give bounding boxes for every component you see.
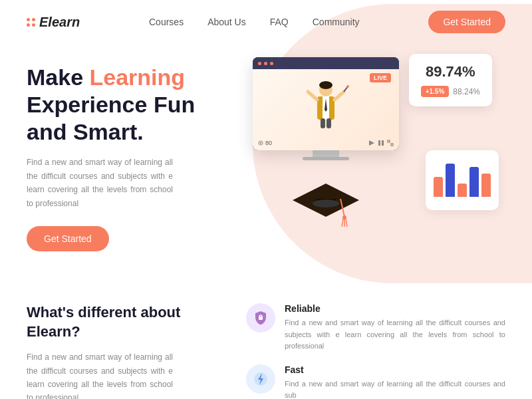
fast-description: Find a new and smart way of learning all… bbox=[285, 378, 505, 399]
monitor-dot-3 bbox=[270, 62, 273, 65]
monitor-dot-2 bbox=[264, 62, 267, 65]
svg-point-12 bbox=[260, 142, 261, 144]
svg-line-25 bbox=[346, 219, 347, 227]
reliable-text: Reliable Find a new and smart way of lea… bbox=[285, 303, 505, 352]
nav-community-link[interactable]: Community bbox=[313, 17, 360, 27]
monitor-base bbox=[303, 157, 349, 160]
chart-card bbox=[426, 150, 499, 210]
svg-rect-10 bbox=[327, 118, 331, 128]
feature-fast: Fast Find a new and smart way of learnin… bbox=[246, 364, 505, 399]
nav-get-started-button[interactable]: Get Started bbox=[428, 11, 505, 33]
stats-badge: +1.5% bbox=[421, 86, 450, 97]
svg-rect-15 bbox=[382, 140, 384, 146]
hero-get-started-button[interactable]: Get Started bbox=[27, 226, 109, 251]
play-icon[interactable] bbox=[368, 140, 375, 146]
graduation-cap bbox=[293, 180, 359, 243]
nav-courses-link[interactable]: Courses bbox=[149, 17, 184, 27]
svg-marker-13 bbox=[369, 140, 374, 146]
bottom-left: What's different about Elearn? Find a ne… bbox=[27, 303, 219, 399]
stats-card: 89.74% +1.5% 88.24% bbox=[409, 54, 492, 106]
logo: Elearn bbox=[27, 15, 80, 30]
teacher-svg bbox=[303, 80, 349, 140]
svg-point-8 bbox=[346, 85, 349, 88]
logo-text: Elearn bbox=[39, 15, 80, 30]
feature-reliable: Reliable Find a new and smart way of lea… bbox=[246, 303, 505, 352]
chart-bar bbox=[434, 177, 443, 197]
viewers-count: 80 bbox=[265, 140, 272, 146]
fullscreen-icon[interactable] bbox=[387, 140, 394, 146]
svg-point-20 bbox=[313, 200, 339, 207]
fast-title: Fast bbox=[285, 364, 505, 375]
hero-title-highlight: Learning bbox=[90, 65, 186, 90]
hero-illustration: LIVE 80 bbox=[226, 51, 505, 283]
stats-row: +1.5% 88.24% bbox=[421, 86, 480, 97]
hero-description: Find a new and smart way of learning all… bbox=[27, 156, 173, 210]
hero-title-make: Make bbox=[27, 65, 90, 90]
fast-icon bbox=[246, 364, 275, 394]
fast-text: Fast Find a new and smart way of learnin… bbox=[285, 364, 505, 399]
chart-bar bbox=[481, 174, 491, 197]
live-badge: LIVE bbox=[370, 73, 391, 82]
svg-rect-17 bbox=[391, 144, 393, 146]
monitor-stand bbox=[313, 150, 339, 157]
reliable-description: Find a new and smart way of learning all… bbox=[285, 317, 505, 352]
svg-rect-9 bbox=[321, 118, 325, 128]
stats-main-percent: 89.74% bbox=[421, 63, 480, 80]
svg-line-23 bbox=[342, 219, 343, 227]
nav-links: Courses About Us FAQ Community bbox=[149, 16, 360, 28]
svg-rect-16 bbox=[388, 140, 390, 142]
hero-title: Make Learning Experience Funand Smart. bbox=[27, 64, 226, 145]
svg-line-6 bbox=[334, 92, 344, 100]
reliable-icon bbox=[246, 303, 275, 332]
monitor-content: LIVE 80 bbox=[253, 69, 399, 150]
reliable-title: Reliable bbox=[285, 303, 505, 314]
lightning-icon bbox=[253, 371, 269, 387]
lock-shield-icon bbox=[253, 310, 269, 326]
monitor-screen: LIVE 80 bbox=[253, 57, 399, 150]
monitor-dot-1 bbox=[258, 62, 261, 65]
eye-icon bbox=[258, 140, 263, 146]
features-list: Reliable Find a new and smart way of lea… bbox=[219, 303, 505, 399]
nav-faq-link[interactable]: FAQ bbox=[270, 17, 289, 27]
chart-bar bbox=[446, 164, 455, 197]
monitor-bar bbox=[253, 57, 399, 69]
hero-title-rest: Experience Funand Smart. bbox=[27, 92, 195, 144]
monitor-illustration: LIVE 80 bbox=[253, 57, 399, 160]
svg-rect-14 bbox=[378, 140, 380, 146]
hero-left: Make Learning Experience Funand Smart. F… bbox=[27, 51, 226, 283]
chart-bar bbox=[458, 184, 467, 197]
nav-about-link[interactable]: About Us bbox=[207, 17, 246, 27]
bottom-description: Find a new and smart way of learning all… bbox=[27, 350, 173, 399]
navbar: Elearn Courses About Us FAQ Community Ge… bbox=[0, 0, 532, 44]
chart-bars bbox=[434, 157, 491, 197]
svg-line-5 bbox=[308, 92, 317, 100]
hero-section: Make Learning Experience Funand Smart. F… bbox=[0, 44, 532, 283]
stats-sub-percent: 88.24% bbox=[453, 87, 480, 96]
chart-bar bbox=[469, 167, 479, 197]
logo-dots bbox=[27, 18, 35, 27]
svg-point-1 bbox=[319, 81, 332, 89]
bottom-title: What's different about Elearn? bbox=[27, 303, 219, 341]
bottom-section: What's different about Elearn? Find a ne… bbox=[0, 283, 532, 399]
pause-icon[interactable] bbox=[378, 140, 384, 146]
